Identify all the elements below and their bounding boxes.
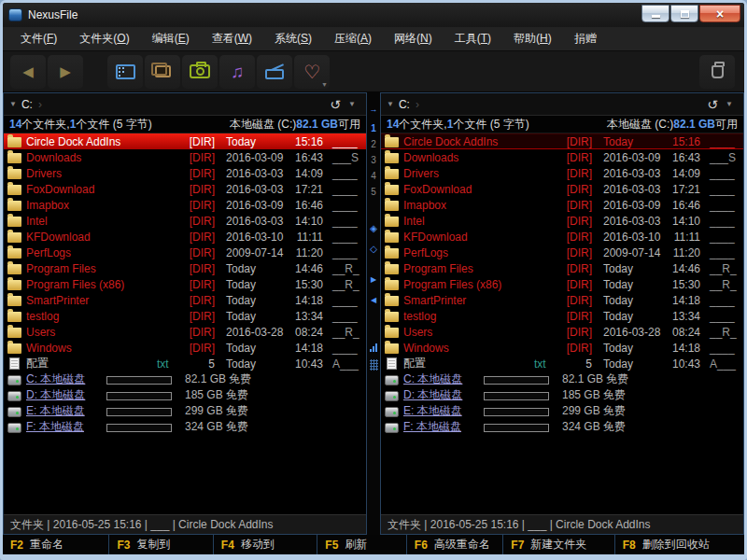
fkey-f4-button[interactable]: F4移动到 bbox=[213, 535, 317, 554]
drive-row[interactable]: E: 本地磁盘299 GB 免费 bbox=[4, 403, 366, 419]
pane-tab-3[interactable]: 3 bbox=[371, 152, 376, 168]
maximize-button[interactable] bbox=[670, 5, 698, 22]
path-menu-icon[interactable]: ▼ bbox=[348, 100, 356, 108]
file-row[interactable]: FoxDownload[DIR]2016-03-0317:21____ bbox=[381, 181, 743, 197]
media-button[interactable] bbox=[257, 55, 292, 89]
file-row[interactable]: Users[DIR]2016-03-2808:24__R_ bbox=[4, 324, 366, 340]
stats-icon[interactable] bbox=[370, 343, 378, 352]
file-row[interactable]: Program Files[DIR]Today14:46__R_ bbox=[381, 260, 743, 276]
fkey-f6-button[interactable]: F6高级重命名 bbox=[406, 535, 502, 554]
close-button[interactable]: × bbox=[699, 5, 740, 22]
menu-item-view[interactable]: 查看(W) bbox=[202, 27, 262, 50]
drive-label[interactable]: F: 本地磁盘 bbox=[24, 419, 106, 435]
file-row[interactable]: Imapbox[DIR]2016-03-0916:46____ bbox=[381, 197, 743, 213]
back-button[interactable] bbox=[10, 55, 46, 89]
pane-tab-1[interactable]: 1 bbox=[371, 120, 376, 136]
right-path-bar[interactable]: ▼ C: › ↺ ▼ bbox=[381, 93, 743, 116]
pane-tab-5[interactable]: 5 bbox=[371, 184, 376, 200]
tri-right-icon[interactable] bbox=[371, 269, 376, 286]
fkey-f8-button[interactable]: F8删除到回收站 bbox=[614, 535, 744, 554]
refresh-icon[interactable]: ↺ bbox=[330, 97, 341, 112]
music-button[interactable] bbox=[219, 55, 255, 89]
file-row[interactable]: SmartPrinter[DIR]Today14:18____ bbox=[4, 292, 366, 308]
menu-item-system[interactable]: 系统(S) bbox=[264, 27, 322, 50]
menu-item-file[interactable]: 文件(F) bbox=[10, 27, 67, 50]
tri-left-icon[interactable] bbox=[371, 289, 376, 306]
file-row[interactable]: Intel[DIR]2016-03-0314:10____ bbox=[381, 213, 743, 229]
drive-label[interactable]: E: 本地磁盘 bbox=[24, 403, 106, 419]
fkey-f5-button[interactable]: F5刷新 bbox=[317, 535, 406, 554]
menu-item-tools[interactable]: 工具(T) bbox=[444, 27, 501, 50]
pane-tab-4[interactable]: 4 bbox=[371, 168, 376, 184]
file-row[interactable]: KFDownload[DIR]2016-03-1011:11____ bbox=[381, 229, 743, 245]
title-bar[interactable]: NexusFile × bbox=[3, 3, 744, 27]
file-row[interactable]: Intel[DIR]2016-03-0314:10____ bbox=[4, 213, 366, 229]
drive-row[interactable]: F: 本地磁盘324 GB 免费 bbox=[381, 419, 743, 435]
file-row[interactable]: PerfLogs[DIR]2009-07-1411:20____ bbox=[381, 245, 743, 260]
file-row[interactable]: SmartPrinter[DIR]Today14:18____ bbox=[381, 292, 743, 308]
file-attr: ____ bbox=[700, 294, 743, 307]
file-row[interactable]: Program Files (x86)[DIR]Today15:30__R_ bbox=[381, 276, 743, 292]
pane-divider[interactable]: →12345 bbox=[367, 92, 380, 535]
pane-tab-2[interactable]: 2 bbox=[371, 136, 376, 152]
path-menu-icon[interactable]: ▼ bbox=[726, 100, 733, 108]
folder-icon bbox=[381, 326, 402, 338]
file-row[interactable]: Users[DIR]2016-03-2808:24__R_ bbox=[381, 324, 743, 340]
diamond-outline-icon[interactable] bbox=[370, 239, 377, 256]
path-dropdown-icon[interactable]: ▼ bbox=[387, 100, 394, 108]
file-row[interactable]: Imapbox[DIR]2016-03-0916:46____ bbox=[4, 197, 366, 213]
drive-row[interactable]: D: 本地磁盘185 GB 免费 bbox=[381, 387, 743, 403]
folders-button[interactable] bbox=[145, 55, 180, 89]
favorites-button[interactable]: ▼ bbox=[294, 55, 330, 89]
file-row[interactable]: 配置txt5Today10:43A___ bbox=[381, 356, 743, 371]
drive-row[interactable]: F: 本地磁盘324 GB 免费 bbox=[4, 419, 366, 435]
menu-item-folder[interactable]: 文件夹(O) bbox=[69, 27, 139, 50]
file-row[interactable]: Drivers[DIR]2016-03-0314:09____ bbox=[381, 165, 743, 181]
grid-dots-icon[interactable] bbox=[370, 359, 378, 371]
file-row[interactable]: PerfLogs[DIR]2009-07-1411:20____ bbox=[4, 245, 366, 260]
path-dropdown-icon[interactable]: ▼ bbox=[9, 100, 17, 108]
drive-label[interactable]: E: 本地磁盘 bbox=[402, 403, 484, 419]
disk-free-suffix: 可用 bbox=[338, 117, 360, 133]
drive-label[interactable]: D: 本地磁盘 bbox=[24, 387, 106, 403]
forward-button[interactable] bbox=[48, 55, 83, 89]
swap-path-icon[interactable]: → bbox=[370, 98, 378, 120]
file-row[interactable]: Circle Dock AddIns[DIR]Today15:16____ bbox=[4, 133, 366, 149]
trash-button[interactable] bbox=[699, 55, 735, 89]
fkey-f7-button[interactable]: F7新建文件夹 bbox=[502, 535, 613, 554]
drive-row[interactable]: C: 本地磁盘82.1 GB 免费 bbox=[381, 371, 743, 387]
file-row[interactable]: Windows[DIR]Today14:18____ bbox=[381, 340, 743, 356]
file-row[interactable]: KFDownload[DIR]2016-03-1011:11____ bbox=[4, 229, 366, 245]
menu-item-help[interactable]: 帮助(H) bbox=[503, 27, 562, 50]
capture-button[interactable] bbox=[182, 55, 218, 89]
file-row[interactable]: testlog[DIR]Today13:34____ bbox=[381, 308, 743, 324]
drive-label[interactable]: D: 本地磁盘 bbox=[402, 387, 484, 403]
file-row[interactable]: Downloads[DIR]2016-03-0916:43___S bbox=[381, 149, 743, 165]
drive-label[interactable]: F: 本地磁盘 bbox=[402, 419, 484, 435]
file-row[interactable]: Circle Dock AddIns[DIR]Today15:16____ bbox=[381, 133, 743, 149]
minimize-button[interactable] bbox=[641, 5, 669, 22]
drive-label[interactable]: C: 本地磁盘 bbox=[402, 371, 484, 387]
drive-row[interactable]: E: 本地磁盘299 GB 免费 bbox=[381, 403, 743, 419]
fkey-f3-button[interactable]: F3复制到 bbox=[108, 535, 212, 554]
drive-row[interactable]: D: 本地磁盘185 GB 免费 bbox=[4, 387, 366, 403]
file-row[interactable]: Program Files[DIR]Today14:46__R_ bbox=[4, 260, 366, 276]
file-row[interactable]: Downloads[DIR]2016-03-0916:43___S bbox=[4, 149, 366, 165]
menu-item-edit[interactable]: 编辑(E) bbox=[142, 27, 200, 50]
file-row[interactable]: Drivers[DIR]2016-03-0314:09____ bbox=[4, 165, 366, 181]
file-row[interactable]: testlog[DIR]Today13:34____ bbox=[4, 308, 366, 324]
fkey-f2-button[interactable]: F2重命名 bbox=[3, 535, 108, 554]
menu-item-donate[interactable]: 捐赠 bbox=[564, 27, 607, 50]
menu-item-compress[interactable]: 压缩(A) bbox=[324, 27, 382, 50]
file-row[interactable]: Program Files (x86)[DIR]Today15:30__R_ bbox=[4, 276, 366, 292]
file-row[interactable]: Windows[DIR]Today14:18____ bbox=[4, 340, 366, 356]
file-row[interactable]: 配置txt5Today10:43A___ bbox=[4, 356, 366, 371]
left-path-bar[interactable]: ▼ C: › ↺ ▼ bbox=[4, 93, 366, 116]
file-row[interactable]: FoxDownload[DIR]2016-03-0317:21____ bbox=[4, 181, 366, 197]
desktop-button[interactable] bbox=[107, 55, 143, 89]
menu-item-network[interactable]: 网络(N) bbox=[384, 27, 443, 50]
drive-row[interactable]: C: 本地磁盘82.1 GB 免费 bbox=[4, 371, 366, 387]
drive-label[interactable]: C: 本地磁盘 bbox=[24, 371, 106, 387]
diamond-filled-icon[interactable] bbox=[370, 218, 377, 235]
refresh-icon[interactable]: ↺ bbox=[707, 97, 718, 112]
